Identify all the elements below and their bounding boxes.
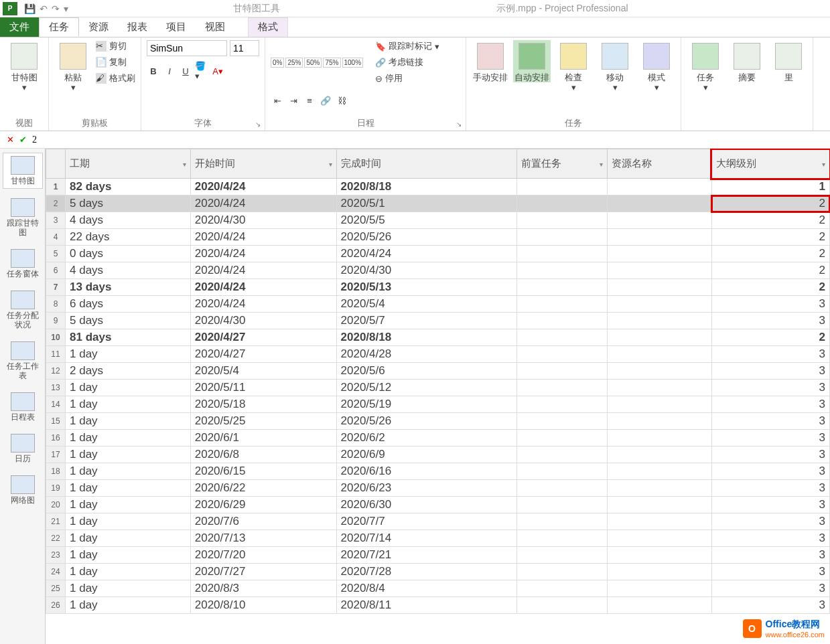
table-row[interactable]: 34 days2020/4/302020/5/52 (46, 212, 830, 229)
row-number[interactable]: 2 (46, 195, 66, 212)
cell-duration[interactable]: 81 days (66, 329, 191, 346)
cell-start[interactable]: 2020/7/27 (190, 564, 336, 580)
cell-duration[interactable]: 5 days (66, 313, 191, 329)
cell-finish[interactable]: 2020/5/26 (336, 413, 517, 430)
table-row[interactable]: 161 day2020/6/12020/6/23 (46, 430, 830, 447)
cell-start[interactable]: 2020/5/11 (190, 380, 336, 396)
cell-duration[interactable]: 13 days (66, 279, 191, 296)
table-row[interactable]: 231 day2020/7/202020/7/213 (46, 547, 830, 564)
cell-predecessors[interactable] (517, 195, 608, 212)
cell-finish[interactable]: 2020/5/4 (336, 296, 517, 313)
cell-outline-level[interactable]: 3 (711, 597, 829, 614)
cell-resources[interactable] (608, 497, 712, 513)
cell-start[interactable]: 2020/6/29 (190, 497, 336, 513)
cell-duration[interactable]: 1 day (66, 346, 191, 363)
qat-more-icon[interactable]: ▾ (64, 3, 68, 14)
cell-outline-level[interactable]: 3 (711, 463, 829, 480)
table-row[interactable]: 221 day2020/7/132020/7/143 (46, 530, 830, 547)
cell-resources[interactable] (608, 597, 712, 614)
cell-outline-level[interactable]: 2 (711, 229, 829, 246)
inactivate-button[interactable]: ⊖停用 (375, 72, 439, 84)
manual-schedule-button[interactable]: 手动安排 (472, 40, 509, 82)
cell-finish[interactable]: 2020/7/21 (336, 547, 517, 564)
table-row[interactable]: 201 day2020/6/292020/6/303 (46, 497, 830, 513)
cell-start[interactable]: 2020/6/15 (190, 463, 336, 480)
row-number[interactable]: 15 (46, 413, 66, 430)
row-number[interactable]: 1 (46, 179, 66, 195)
cell-predecessors[interactable] (517, 580, 608, 597)
redo-icon[interactable]: ↷ (52, 3, 60, 14)
cell-start[interactable]: 2020/4/27 (190, 329, 336, 346)
cancel-entry-button[interactable]: ✕ (7, 135, 14, 145)
cell-start[interactable]: 2020/4/24 (190, 246, 336, 262)
cell-finish[interactable]: 2020/5/12 (336, 380, 517, 396)
table-row[interactable]: 191 day2020/6/222020/6/233 (46, 480, 830, 497)
cell-finish[interactable]: 2020/5/13 (336, 279, 517, 296)
table-row[interactable]: 251 day2020/8/32020/8/43 (46, 580, 830, 597)
cell-resources[interactable] (608, 480, 712, 497)
insert-task-button[interactable]: 任务▾ (687, 40, 724, 92)
table-row[interactable]: 171 day2020/6/82020/6/93 (46, 447, 830, 463)
row-number[interactable]: 19 (46, 480, 66, 497)
cell-duration[interactable]: 6 days (66, 296, 191, 313)
outdent-button[interactable]: ⇤ (271, 94, 284, 107)
cell-resources[interactable] (608, 396, 712, 413)
row-number[interactable]: 24 (46, 564, 66, 580)
table-row[interactable]: 182 days2020/4/242020/8/181 (46, 179, 830, 195)
table-row[interactable]: 122 days2020/5/42020/5/63 (46, 363, 830, 380)
tab-project[interactable]: 项目 (157, 17, 196, 37)
font-name-input[interactable] (147, 40, 227, 56)
cell-predecessors[interactable] (517, 480, 608, 497)
cell-start[interactable]: 2020/5/18 (190, 396, 336, 413)
row-number[interactable]: 11 (46, 346, 66, 363)
cell-predecessors[interactable] (517, 363, 608, 380)
pct-75[interactable]: 75% (323, 58, 340, 68)
cell-duration[interactable]: 1 day (66, 463, 191, 480)
cell-finish[interactable]: 2020/6/30 (336, 497, 517, 513)
cell-resources[interactable] (608, 363, 712, 380)
cell-predecessors[interactable] (517, 279, 608, 296)
font-dialog-launcher[interactable]: ↘ (255, 120, 261, 128)
pct-0[interactable]: 0% (271, 58, 284, 68)
cell-outline-level[interactable]: 3 (711, 413, 829, 430)
cell-resources[interactable] (608, 246, 712, 262)
cell-resources[interactable] (608, 430, 712, 447)
cell-finish[interactable]: 2020/6/23 (336, 480, 517, 497)
cell-resources[interactable] (608, 329, 712, 346)
cell-predecessors[interactable] (517, 262, 608, 279)
outline-button[interactable]: ≡ (303, 94, 316, 107)
cell-outline-level[interactable]: 1 (711, 179, 829, 195)
cell-outline-level[interactable]: 2 (711, 262, 829, 279)
cell-resources[interactable] (608, 229, 712, 246)
bold-button[interactable]: B (147, 64, 160, 78)
cell-duration[interactable]: 1 day (66, 580, 191, 597)
cell-duration[interactable]: 22 days (66, 229, 191, 246)
insert-summary-button[interactable]: 摘要 (728, 40, 766, 82)
row-number[interactable]: 17 (46, 447, 66, 463)
col-duration[interactable]: 工期▾ (66, 149, 191, 179)
cell-outline-level[interactable]: 3 (711, 363, 829, 380)
table-row[interactable]: 713 days2020/4/242020/5/132 (46, 279, 830, 296)
cell-resources[interactable] (608, 262, 712, 279)
cell-duration[interactable]: 1 day (66, 547, 191, 564)
row-number[interactable]: 13 (46, 380, 66, 396)
cell-start[interactable]: 2020/8/10 (190, 597, 336, 614)
cell-start[interactable]: 2020/4/24 (190, 296, 336, 313)
cell-finish[interactable]: 2020/6/16 (336, 463, 517, 480)
table-row[interactable]: 111 day2020/4/272020/4/283 (46, 346, 830, 363)
cell-resources[interactable] (608, 513, 712, 530)
row-number[interactable]: 16 (46, 430, 66, 447)
pct-50[interactable]: 50% (304, 58, 322, 68)
cell-outline-level[interactable]: 2 (711, 212, 829, 229)
cell-outline-level[interactable]: 3 (711, 497, 829, 513)
cell-resources[interactable] (608, 447, 712, 463)
cell-duration[interactable]: 82 days (66, 179, 191, 195)
cell-duration[interactable]: 1 day (66, 480, 191, 497)
dropdown-icon[interactable]: ▾ (329, 160, 332, 167)
cell-start[interactable]: 2020/5/25 (190, 413, 336, 430)
table-row[interactable]: 181 day2020/6/152020/6/163 (46, 463, 830, 480)
cell-start[interactable]: 2020/4/24 (190, 195, 336, 212)
cell-predecessors[interactable] (517, 329, 608, 346)
cell-outline-level[interactable]: 2 (711, 246, 829, 262)
pct-25[interactable]: 25% (285, 58, 303, 68)
